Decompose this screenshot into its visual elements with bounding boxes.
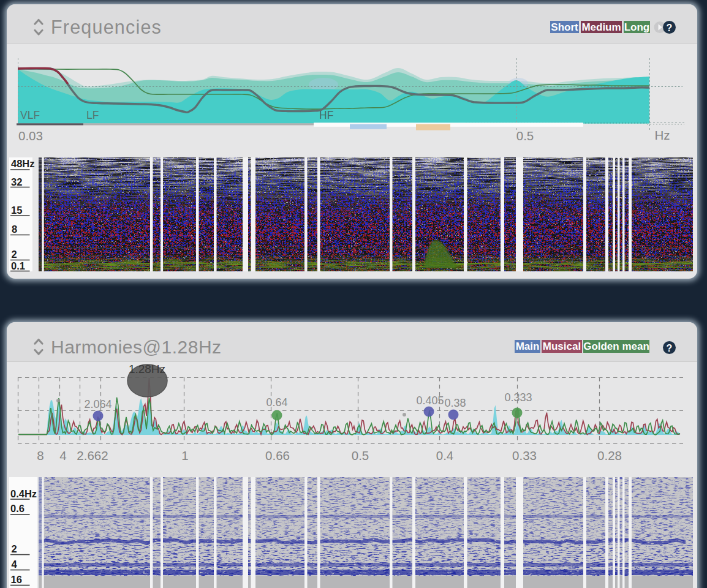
svg-text:Medium: Medium bbox=[581, 21, 621, 33]
svg-text:HF: HF bbox=[319, 109, 333, 121]
svg-text:Long: Long bbox=[624, 21, 650, 33]
svg-text:Main: Main bbox=[516, 341, 540, 352]
svg-text:0.5: 0.5 bbox=[516, 129, 534, 143]
svg-text:Harmonies@1.28Hz: Harmonies@1.28Hz bbox=[51, 337, 222, 357]
svg-text:?: ? bbox=[667, 23, 673, 33]
svg-text:8: 8 bbox=[12, 224, 17, 235]
svg-text:4: 4 bbox=[12, 559, 18, 570]
svg-text:0.64: 0.64 bbox=[266, 396, 287, 409]
svg-text:Musical: Musical bbox=[543, 341, 581, 352]
svg-text:Frequencies: Frequencies bbox=[51, 17, 162, 38]
svg-text:Short: Short bbox=[551, 21, 578, 33]
svg-text:0.6: 0.6 bbox=[10, 503, 25, 514]
svg-text:0.28: 0.28 bbox=[597, 448, 622, 462]
svg-text:8: 8 bbox=[37, 448, 43, 462]
svg-text:2.064: 2.064 bbox=[84, 398, 112, 410]
svg-text:2: 2 bbox=[12, 543, 17, 554]
svg-text:0.5: 0.5 bbox=[352, 448, 369, 462]
svg-text:0.1: 0.1 bbox=[11, 260, 25, 271]
svg-text:16: 16 bbox=[11, 574, 22, 585]
svg-text:2: 2 bbox=[12, 249, 17, 260]
svg-text:?: ? bbox=[667, 343, 673, 353]
svg-text:LF: LF bbox=[86, 109, 99, 121]
svg-text:15: 15 bbox=[11, 205, 22, 216]
svg-text:0.33: 0.33 bbox=[512, 448, 537, 462]
svg-text:0.4: 0.4 bbox=[436, 448, 454, 462]
svg-text:Hz: Hz bbox=[654, 128, 670, 142]
svg-text:2.662: 2.662 bbox=[77, 448, 108, 462]
svg-text:1: 1 bbox=[181, 448, 188, 462]
svg-text:1.28Hz: 1.28Hz bbox=[129, 363, 165, 375]
svg-text:0.03: 0.03 bbox=[18, 129, 43, 143]
svg-text:0.4Hz: 0.4Hz bbox=[10, 488, 37, 499]
svg-text:0.38: 0.38 bbox=[444, 397, 466, 409]
svg-text:0.66: 0.66 bbox=[265, 448, 290, 462]
svg-text:0.405: 0.405 bbox=[416, 394, 444, 407]
svg-text:0.333: 0.333 bbox=[504, 391, 532, 404]
svg-text:VLF: VLF bbox=[20, 109, 40, 121]
svg-text:4: 4 bbox=[59, 448, 66, 462]
svg-text:Golden mean: Golden mean bbox=[583, 341, 649, 352]
svg-text:32: 32 bbox=[11, 176, 22, 187]
svg-text:48Hz: 48Hz bbox=[11, 158, 35, 169]
